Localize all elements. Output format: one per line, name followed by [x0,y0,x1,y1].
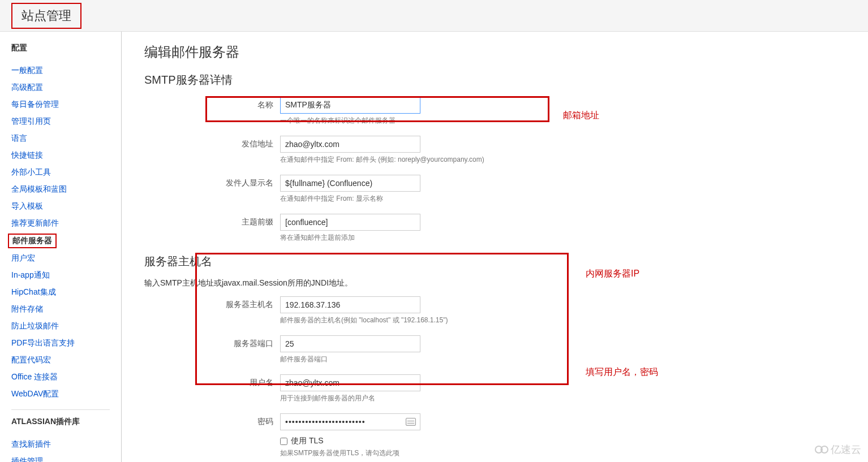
form-row-name: 名称 一个唯一的名称来标识这个邮件服务器 [144,97,845,132]
checkbox-tls[interactable] [280,438,287,445]
sidebar-item-manage-plugins[interactable]: 插件管理 [11,453,121,462]
sidebar-item-advanced-config[interactable]: 高级配置 [11,79,121,96]
sidebar-item-spam-prevention[interactable]: 防止垃圾邮件 [11,318,121,335]
main-container: 配置 一般配置 高级配置 每日备份管理 管理引用页 语言 快捷链接 外部小工具 … [0,32,868,462]
sidebar-item-code-macro[interactable]: 配置代码宏 [11,352,121,369]
sidebar-item-webdav-config[interactable]: WebDAV配置 [11,386,121,403]
hint-from-address: 在通知邮件中指定 From: 邮件头 (例如: noreply@yourcomp… [280,155,484,165]
label-username: 用户名 [144,374,280,388]
annotation-email-address: 邮箱地址 [563,110,599,122]
sidebar-item-shortcut-links[interactable]: 快捷链接 [11,147,121,164]
form-row-password: 密码 [144,413,845,430]
top-header: 站点管理 [0,0,868,32]
sidebar-active-highlight: 邮件服务器 [8,234,57,248]
hint-hostname: 邮件服务器的主机名(例如 "localhost" 或 "192.168.1.15… [280,316,448,325]
input-name[interactable] [280,97,420,114]
annotation-internal-ip: 内网服务器IP [586,268,639,280]
label-from-address: 发信地址 [144,136,280,149]
label-tls-spacer [144,434,280,437]
label-hostname: 服务器主机名 [144,296,280,310]
label-name: 名称 [144,97,280,110]
hint-port: 邮件服务器端口 [280,355,420,364]
sidebar-item-hipchat[interactable]: HipChat集成 [11,284,121,301]
annotation-user-pass: 填写用户名，密码 [586,366,658,378]
form-row-subject-prefix: 主题前缀 将在通知邮件主题前添加 [144,214,845,249]
sidebar-item-inapp-notifications[interactable]: In-app通知 [11,267,121,284]
input-password[interactable] [280,413,420,430]
input-from-address[interactable] [280,136,420,153]
sidebar-item-manage-referrers[interactable]: 管理引用页 [11,113,121,130]
sidebar-item-user-macros[interactable]: 用户宏 [11,250,121,267]
sidebar-item-find-plugins[interactable]: 查找新插件 [11,436,121,453]
smtp-details-heading: SMTP服务器详情 [144,72,845,88]
sidebar-item-pdf-export-language[interactable]: PDF导出语言支持 [11,335,121,352]
hint-name: 一个唯一的名称来标识这个邮件服务器 [280,116,420,126]
sidebar-section-atlassian-plugins: ATLASSIAN插件库 [11,417,121,430]
form-row-port: 服务器端口 邮件服务器端口 [144,335,845,371]
form-row-from-address: 发信地址 在通知邮件中指定 From: 邮件头 (例如: noreply@you… [144,136,845,171]
form-row-hostname: 服务器主机名 邮件服务器的主机名(例如 "localhost" 或 "192.1… [144,296,845,332]
hostname-heading: 服务器主机名 [144,254,845,269]
label-subject-prefix: 主题前缀 [144,214,280,227]
content-area: 编辑邮件服务器 SMTP服务器详情 名称 一个唯一的名称来标识这个邮件服务器 发… [122,32,868,462]
hint-username: 用于连接到邮件服务器的用户名 [280,394,420,403]
form-row-tls: 使用 TLS 如果SMTP服务器使用TLS，请勾选此项 [144,434,845,462]
sidebar-item-external-gadgets[interactable]: 外部小工具 [11,164,121,181]
form-row-username: 用户名 用于连接到邮件服务器的用户名 [144,374,845,410]
label-from-name: 发件人显示名 [144,175,280,188]
hint-from-name: 在通知邮件中指定 From: 显示名称 [280,194,420,204]
hint-tls: 如果SMTP服务器使用TLS，请勾选此项 [280,448,399,458]
input-username[interactable] [280,374,420,391]
sidebar-item-mail-servers[interactable]: 邮件服务器 [12,236,52,246]
label-password: 密码 [144,413,280,427]
sidebar-item-global-templates[interactable]: 全局模板和蓝图 [11,181,121,198]
sidebar-item-office-connector[interactable]: Office 连接器 [11,369,121,386]
sidebar-item-daily-backup[interactable]: 每日备份管理 [11,96,121,113]
label-port: 服务器端口 [144,335,280,349]
watermark-logo-icon [817,446,828,454]
input-port[interactable] [280,335,420,352]
sidebar-item-attachment-storage[interactable]: 附件存储 [11,301,121,318]
label-tls: 使用 TLS [291,436,324,446]
input-from-name[interactable] [280,175,420,192]
sidebar-item-general-config[interactable]: 一般配置 [11,62,121,79]
sidebar: 配置 一般配置 高级配置 每日备份管理 管理引用页 语言 快捷链接 外部小工具 … [0,32,122,462]
page-title-highlight: 站点管理 [11,3,81,29]
hostname-help: 输入SMTP主机地址或javax.mail.Session所用的JNDI地址。 [144,278,845,288]
sidebar-section-config: 配置 [11,43,121,57]
watermark-text: 亿速云 [831,443,861,456]
content-heading: 编辑邮件服务器 [144,43,845,61]
page-title: 站点管理 [22,8,71,23]
sidebar-divider [11,409,110,410]
sidebar-item-recommended-updates[interactable]: 推荐更新邮件 [11,215,121,232]
sidebar-item-language[interactable]: 语言 [11,130,121,147]
input-subject-prefix[interactable] [280,214,420,231]
hint-subject-prefix: 将在通知邮件主题前添加 [280,233,420,243]
form-row-from-name: 发件人显示名 在通知邮件中指定 From: 显示名称 [144,175,845,210]
watermark: 亿速云 [817,443,861,456]
sidebar-item-import-templates[interactable]: 导入模板 [11,198,121,215]
input-hostname[interactable] [280,296,420,313]
keyboard-icon[interactable] [406,418,416,426]
